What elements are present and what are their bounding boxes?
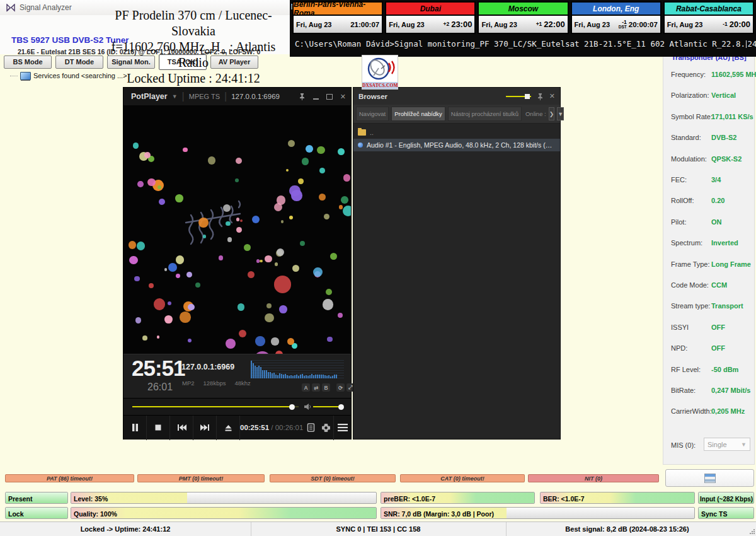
video-bokeh-dot (271, 337, 278, 345)
clock-city-label: Berlin-Paris-Vienna-Roma (294, 3, 382, 16)
eject-button[interactable] (217, 416, 240, 440)
clock-date: Fri, Aug 23 (667, 21, 702, 28)
menu-button[interactable] (334, 416, 351, 440)
maximize-icon[interactable] (326, 94, 333, 100)
elapsed-time: 25:51 (132, 356, 185, 381)
browser-zoom-knob[interactable] (525, 94, 530, 99)
video-bokeh-dot (227, 237, 232, 242)
clock-city-label: Rabat-Casablanca (665, 3, 753, 16)
video-bokeh-dot (275, 262, 278, 266)
field-label: Modulation: (671, 155, 707, 163)
video-bokeh-dot (176, 274, 180, 278)
audio-bullet-icon (358, 143, 363, 148)
pin-icon[interactable] (299, 93, 306, 100)
settings-button[interactable] (318, 416, 333, 440)
potplayer-titlebar[interactable]: PotPlayer ▼ | MPEG TS | 127.0.0.1:6969 ✕ (123, 88, 351, 105)
audio-track-item[interactable]: Audio #1 - English, MPEG Audio, 48.0 kHz… (353, 139, 560, 151)
lock-label: Lock (6, 510, 24, 518)
volume-slider[interactable] (313, 406, 342, 407)
online-next-button[interactable]: ❯ (549, 107, 555, 120)
browser-tab-n-stroj-proch-zen-titulk[interactable]: Nástroj procházení titulků (448, 107, 522, 121)
repeat-icon[interactable]: ⟳ (336, 383, 345, 392)
video-bokeh-dot (281, 220, 284, 223)
video-bokeh-dot (158, 185, 161, 189)
mis-dropdown[interactable]: Single ▼ (704, 438, 750, 451)
codec-samplerate: 48khz (234, 380, 250, 387)
field-label: Frame Type: (671, 260, 710, 268)
video-bokeh-dot (252, 216, 260, 223)
video-bokeh-dot (239, 330, 246, 337)
sync-indicator: Sync TS (698, 507, 754, 519)
field-label: RF Level: (671, 366, 701, 373)
offset-value: +2 (425, 21, 450, 27)
browser-titlebar[interactable]: Browser ✕ (353, 88, 560, 105)
field-label: Polarization: (671, 91, 709, 99)
chevron-down-icon[interactable]: ▼ (172, 93, 178, 100)
video-bokeh-dot (157, 335, 159, 338)
video-bokeh-dot (330, 253, 337, 260)
browser-tab-prohl-e-nab-dky[interactable]: Prohlížeč nabídky (391, 107, 445, 121)
field-label: ISSYI (671, 323, 689, 331)
video-bokeh-dot (164, 268, 167, 271)
console-window[interactable]: M ( Berlin-Paris-Vienna-RomaFri, Aug 232… (290, 0, 756, 57)
clock-utc-offset: -1 (702, 21, 730, 27)
stop-button[interactable] (147, 416, 170, 440)
ab-repeat-b-button[interactable]: B (322, 383, 330, 392)
video-bokeh-dot (235, 178, 239, 182)
field-label: FEC: (671, 176, 687, 184)
minimize-icon[interactable] (313, 94, 319, 100)
window-title: Signal Analyzer (20, 3, 72, 12)
close-icon[interactable]: ✕ (340, 93, 346, 101)
online-dropdown-button[interactable]: ▼ (557, 107, 564, 120)
footer-time-current: 00:25:51 (240, 424, 269, 431)
resize-grip[interactable] (749, 528, 755, 534)
clock-date: Fri, Aug 23 (575, 21, 610, 28)
pin-icon[interactable] (537, 93, 544, 100)
volume-icon[interactable] (304, 403, 311, 411)
clock-moscow: MoscowFri, Aug 23+122:00 (478, 1, 568, 34)
transponder-list-button[interactable] (665, 469, 754, 487)
transponder-field-frequency: Frequency:11602,595 MHz (663, 71, 755, 81)
statusbar-sync: SYNC 0 | TEI 153 | CC 158 (251, 522, 507, 536)
next-button[interactable] (193, 416, 217, 440)
field-value: QPSK-S2 (711, 155, 742, 163)
quality-meter: Quality: 100% (71, 507, 377, 519)
playlist-button[interactable] (303, 416, 318, 440)
parent-folder-item[interactable]: .. (353, 126, 560, 139)
ab-repeat-a-button[interactable]: A (302, 383, 310, 392)
mis-value: Single (707, 441, 727, 448)
browser-zoom-slider[interactable] (506, 96, 531, 97)
seek-slider[interactable] (132, 406, 299, 407)
field-label: BitRate: (671, 387, 696, 394)
codec-name: MP2 (182, 380, 195, 387)
pause-button[interactable] (123, 416, 147, 440)
transponder-field-rf-level: RF Level:-50 dBm (663, 366, 755, 376)
video-bokeh-dot (286, 169, 289, 172)
previous-button[interactable] (170, 416, 193, 440)
ab-loop-icon[interactable]: ⇄ (312, 383, 320, 392)
mis-label: MIS (0): (671, 441, 696, 449)
video-bokeh-dot (338, 148, 345, 155)
browser-tab-navigovat[interactable]: Navigovat (356, 107, 389, 121)
video-bokeh-dot (343, 206, 351, 216)
clock-date: Fri, Aug 23 (481, 21, 517, 28)
tree-connector (10, 76, 18, 76)
video-bokeh-dot (255, 336, 265, 346)
volume-knob[interactable] (338, 404, 344, 410)
statusbar-best-signal: Best signal: 8,2 dB (2024-08-23 15:26) (506, 522, 748, 536)
transponder-field-bitrate: BitRate:0,247 Mbit/s (663, 387, 755, 397)
video-bokeh-dot (203, 235, 206, 238)
online-label: Online : (525, 110, 546, 117)
close-icon[interactable]: ✕ (549, 92, 555, 100)
console-prompt-text: C:\Users\Roman Dávid>Signal monitoring_P… (295, 39, 745, 49)
video-bokeh-dot (195, 283, 200, 288)
video-bokeh-dot (219, 255, 223, 260)
video-bokeh-dot (313, 267, 323, 277)
video-area[interactable] (123, 105, 351, 354)
seek-knob[interactable] (289, 404, 295, 410)
console-prompt[interactable]: C:\Users\Roman Dávid>Signal monitoring_P… (295, 39, 753, 49)
video-bokeh-dot (135, 317, 141, 323)
video-bokeh-dot (292, 265, 300, 272)
clock-utc-offset: +2 (425, 21, 452, 27)
tab-bs-mode[interactable]: BS Mode (4, 55, 52, 69)
